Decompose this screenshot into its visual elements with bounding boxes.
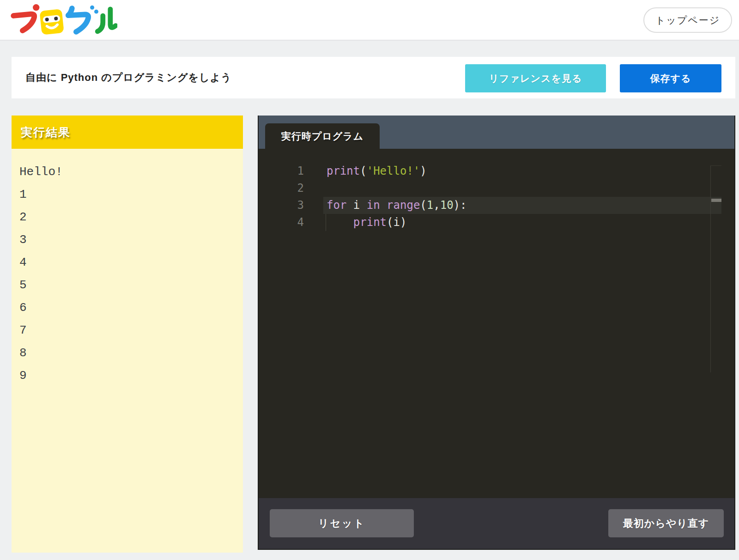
editor-scrollbar[interactable] — [710, 165, 721, 372]
code-editor[interactable]: 1print('Hello!')23for i in range(1,10):4… — [259, 149, 734, 498]
page: トップページ 自由に Python のプログラミングをしよう リファレンスを見る… — [0, 0, 739, 560]
logo-icon — [10, 3, 117, 37]
toolbar: 自由に Python のプログラミングをしよう リファレンスを見る 保存する — [12, 57, 735, 98]
indent-guide — [326, 214, 326, 231]
line-number: 4 — [259, 214, 304, 231]
line-number: 2 — [259, 180, 304, 197]
output-line: 2 — [19, 206, 243, 229]
editor-panel: 実行時プログラム 1print('Hello!')23for i in rang… — [258, 116, 735, 550]
code-line-4[interactable]: 4 print(i) — [259, 214, 734, 231]
app-header: トップページ — [0, 0, 739, 41]
output-line: 7 — [19, 319, 243, 342]
line-number: 3 — [259, 197, 304, 214]
tab-runtime-program[interactable]: 実行時プログラム — [265, 123, 380, 149]
output-line: 6 — [19, 297, 243, 319]
restart-button[interactable]: 最初からやり直す — [608, 509, 724, 537]
output-line: 3 — [19, 229, 243, 251]
editor-footer: リセット 最初からやり直す — [259, 498, 734, 549]
lesson-title: 自由に Python のプログラミングをしよう — [25, 71, 231, 85]
output-line: 1 — [19, 183, 243, 206]
output-line: 4 — [19, 251, 243, 274]
output-line: 9 — [19, 365, 243, 387]
code-line-3[interactable]: 3for i in range(1,10): — [259, 197, 734, 214]
app-logo[interactable] — [10, 3, 117, 37]
reset-button[interactable]: リセット — [270, 509, 414, 537]
editor-scrollbar-thumb[interactable] — [711, 199, 721, 202]
output-panel: 実行結果 Hello!123456789 — [12, 116, 243, 553]
code-text: print(i) — [327, 214, 406, 231]
save-button[interactable]: 保存する — [620, 64, 721, 92]
output-line: Hello! — [19, 161, 243, 183]
tab-runtime-program-label: 実行時プログラム — [281, 131, 363, 141]
reference-button[interactable]: リファレンスを見る — [465, 64, 606, 92]
output-line: 5 — [19, 274, 243, 297]
code-lines: 1print('Hello!')23for i in range(1,10):4… — [259, 149, 734, 231]
top-page-button[interactable]: トップページ — [643, 7, 732, 33]
code-text: print('Hello!') — [327, 163, 427, 180]
output-lines: Hello!123456789 — [12, 149, 243, 553]
editor-tabstrip: 実行時プログラム — [259, 116, 734, 149]
code-line-1[interactable]: 1print('Hello!') — [259, 163, 734, 180]
line-number: 1 — [259, 163, 304, 180]
code-line-2[interactable]: 2 — [259, 180, 734, 197]
code-text: for i in range(1,10): — [327, 197, 467, 214]
output-panel-title: 実行結果 — [21, 126, 71, 139]
output-line: 8 — [19, 342, 243, 365]
output-panel-header: 実行結果 — [12, 116, 243, 149]
